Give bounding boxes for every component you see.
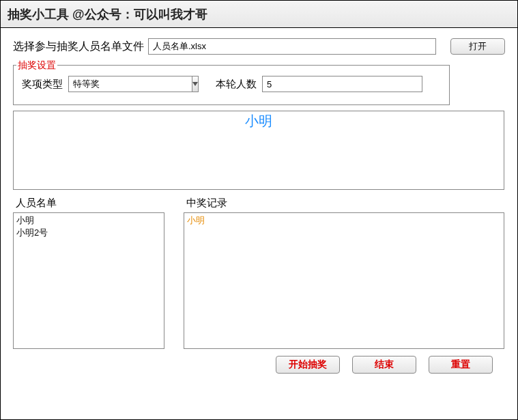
current-name-display[interactable]: 小明 (13, 111, 504, 190)
start-button[interactable]: 开始抽奖 (276, 356, 340, 374)
winners-column: 中奖记录 小明 (184, 197, 504, 349)
end-button[interactable]: 结束 (352, 356, 416, 374)
list-item[interactable]: 小明 (16, 214, 161, 227)
app-window: 抽奖小工具 @公众号：可以叫我才哥 选择参与抽奖人员名单文件 打开 抽奖设置 奖… (0, 0, 518, 420)
prize-type-dropdown-button[interactable] (192, 76, 199, 92)
winners-label: 中奖记录 (186, 197, 504, 210)
button-row: 开始抽奖 结束 重置 (13, 356, 505, 374)
current-name-text: 小明 (14, 111, 504, 130)
lists-row: 人员名单 小明小明2号 中奖记录 小明 (13, 197, 505, 349)
content-area: 选择参与抽奖人员名单文件 打开 抽奖设置 奖项类型 本轮人数 小明 (1, 28, 517, 380)
settings-row: 奖项类型 本轮人数 (22, 76, 441, 92)
count-label: 本轮人数 (216, 78, 257, 91)
title-bar: 抽奖小工具 @公众号：可以叫我才哥 (1, 1, 517, 28)
file-row: 选择参与抽奖人员名单文件 打开 (13, 38, 505, 55)
count-input[interactable] (262, 76, 422, 92)
chevron-down-icon (192, 82, 198, 86)
settings-legend: 抽奖设置 (16, 59, 57, 72)
settings-fieldset: 抽奖设置 奖项类型 本轮人数 (13, 65, 450, 105)
window-title: 抽奖小工具 @公众号：可以叫我才哥 (8, 6, 207, 23)
svg-marker-0 (192, 82, 198, 86)
participants-label: 人员名单 (16, 197, 164, 210)
prize-type-combo[interactable] (68, 76, 177, 92)
prize-type-label: 奖项类型 (22, 78, 63, 91)
winners-listbox[interactable]: 小明 (184, 212, 504, 349)
open-button[interactable]: 打开 (450, 38, 505, 55)
list-item[interactable]: 小明 (187, 214, 501, 227)
prize-type-input[interactable] (68, 76, 192, 92)
reset-button[interactable]: 重置 (429, 356, 493, 374)
participants-column: 人员名单 小明小明2号 (13, 197, 164, 349)
file-label: 选择参与抽奖人员名单文件 (13, 40, 144, 54)
list-item[interactable]: 小明2号 (16, 227, 161, 239)
file-path-input[interactable] (148, 38, 436, 55)
participants-listbox[interactable]: 小明小明2号 (13, 212, 164, 349)
